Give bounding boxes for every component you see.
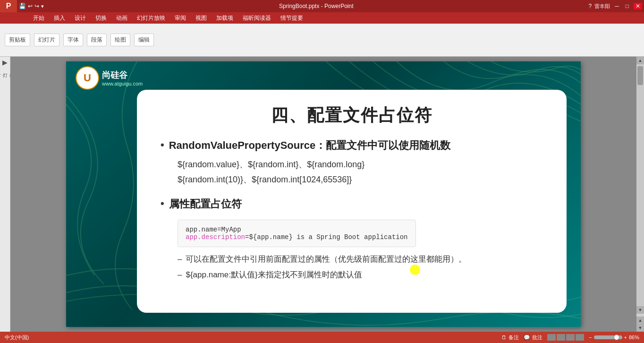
- dash-2: –: [178, 267, 182, 283]
- status-icons: 🗒 备注: [501, 334, 519, 341]
- bullet-1-sub1: ${random.value}、${random.int}、${random.l…: [161, 157, 543, 172]
- tab-transition[interactable]: 切换: [91, 12, 111, 24]
- zoom-control[interactable]: − + 86%: [589, 334, 639, 340]
- code-line-1: app.name=MyApp: [186, 226, 408, 233]
- toolbar-drawing[interactable]: 绘图: [110, 34, 130, 46]
- code-block: app.name=MyApp app.description=${app.nam…: [178, 220, 416, 247]
- code-value: =${app.name} is a Spring Boot applicatio…: [245, 233, 407, 241]
- reading-view-icon[interactable]: [566, 334, 575, 341]
- bullet-section-2: • 属性配置占位符 app.name=MyApp app.description…: [161, 197, 543, 283]
- tab-review[interactable]: 审阅: [170, 12, 191, 24]
- status-left: 中文(中国): [5, 334, 29, 341]
- slide-title: 四、配置文件占位符: [161, 104, 543, 127]
- zoom-level: 86%: [629, 334, 639, 340]
- left-sidebar: ▶ 幻灯片: [0, 57, 10, 332]
- window-controls: ? 雷丰阳 ─ □ ✕: [589, 3, 642, 10]
- bullet-1-text: RandomValuePropertySource：配置文件中可以使用随机数: [169, 138, 451, 153]
- tab-foxitreader[interactable]: 福昕阅读器: [238, 12, 276, 24]
- zoom-out-icon[interactable]: −: [589, 334, 592, 340]
- scroll-track[interactable]: [636, 64, 644, 306]
- toolbar-font[interactable]: 字体: [63, 34, 83, 46]
- tab-storyboard[interactable]: 情节提要: [276, 12, 308, 24]
- bullet-dot-1: •: [161, 138, 164, 152]
- dash-1-text: 可以在配置文件中引用前面配置过的属性（优先级前面配置过的这里都能用）。: [186, 252, 466, 267]
- help-icon[interactable]: ?: [589, 3, 592, 9]
- slide-sorter-icon[interactable]: [557, 334, 565, 341]
- minimize-btn[interactable]: ─: [613, 3, 621, 9]
- notes-label[interactable]: 备注: [508, 334, 519, 341]
- zoom-thumb[interactable]: [614, 334, 619, 340]
- redo-icon[interactable]: ↪: [34, 3, 39, 9]
- tab-insert[interactable]: 插入: [49, 12, 70, 24]
- slide-logo: U 尚硅谷 www.atguigu.com: [76, 66, 143, 90]
- close-btn[interactable]: ✕: [634, 3, 642, 9]
- tab-start[interactable]: 开始: [28, 12, 49, 24]
- toolbar-paragraph[interactable]: 段落: [87, 34, 107, 46]
- toolbar-edit[interactable]: 编辑: [134, 34, 154, 46]
- user-name: 雷丰阳: [594, 3, 610, 10]
- status-right: 🗒 备注 💬 批注 − + 86%: [501, 334, 639, 341]
- bullet-2-main: • 属性配置占位符: [161, 197, 543, 212]
- tab-view[interactable]: 视图: [191, 12, 212, 24]
- bullet-dot-2: •: [161, 197, 164, 211]
- scroll-prev-section[interactable]: ▲: [636, 317, 644, 324]
- tab-animation[interactable]: 动画: [111, 12, 132, 24]
- notes-icon[interactable]: 🗒: [501, 334, 507, 340]
- title-bar: P 💾 ↩ ↪ ▾ SpringBoot.pptx - PowerPoint ?…: [0, 0, 644, 12]
- code-key: app.description: [186, 233, 245, 241]
- toolbar-clipboard[interactable]: 剪贴板: [5, 34, 30, 46]
- comments-icons: 💬 批注: [524, 334, 542, 341]
- comments-icon[interactable]: 💬: [524, 334, 530, 341]
- slide-panel: .wave{fill:none;stroke:#90ee90;stroke-wi…: [10, 57, 636, 332]
- bullet-section-1: • RandomValuePropertySource：配置文件中可以使用随机数…: [161, 138, 543, 188]
- right-scrollbar: ▲ ▼ ▲ ▼: [636, 57, 644, 332]
- slide[interactable]: .wave{fill:none;stroke:#90ee90;stroke-wi…: [66, 61, 581, 327]
- language-status: 中文(中国): [5, 334, 29, 341]
- dash-bullet-2: – ${app.name:默认值}来指定找不到属性时的默认值: [161, 267, 543, 283]
- slideshow-icon[interactable]: [576, 334, 584, 341]
- scroll-thumb[interactable]: [637, 66, 643, 85]
- tab-slideshow[interactable]: 幻灯片放映: [132, 12, 170, 24]
- dash-2-text: ${app.name:默认值}来指定找不到属性时的默认值: [186, 267, 362, 283]
- bullet-2-text: 属性配置占位符: [169, 197, 242, 212]
- tab-addins[interactable]: 加载项: [212, 12, 238, 24]
- dash-bullet-1: – 可以在配置文件中引用前面配置过的属性（优先级前面配置过的这里都能用）。: [161, 252, 543, 267]
- dash-1: –: [178, 252, 182, 267]
- zoom-slider[interactable]: [594, 335, 622, 339]
- scroll-down[interactable]: ▼: [636, 306, 644, 314]
- slide-content-box: 四、配置文件占位符 • RandomValuePropertySource：配置…: [137, 90, 567, 313]
- logo-name: 尚硅谷: [102, 69, 143, 81]
- sidebar-collapse[interactable]: ▶: [2, 59, 8, 66]
- restore-btn[interactable]: □: [624, 3, 631, 9]
- status-bar: 中文(中国) 🗒 备注 💬 批注 − + 86%: [0, 332, 644, 343]
- tab-design[interactable]: 设计: [70, 12, 91, 24]
- scroll-up[interactable]: ▲: [636, 57, 644, 64]
- view-icons: [547, 334, 584, 341]
- ribbon-tabs: 开始 插入 设计 切换 动画 幻灯片放映 审阅 视图 加载项 福昕阅读器 情节提…: [0, 12, 644, 24]
- toolbar-slides[interactable]: 幻灯片: [34, 34, 59, 46]
- comments-label[interactable]: 批注: [532, 334, 542, 341]
- bullet-1-main: • RandomValuePropertySource：配置文件中可以使用随机数: [161, 138, 543, 153]
- logo-url: www.atguigu.com: [102, 81, 143, 86]
- undo-icon[interactable]: ↩: [28, 3, 33, 9]
- scroll-next-section[interactable]: ▼: [636, 324, 644, 332]
- app-body: ▶ 幻灯片 .wave{fill:none;stroke:#90ee90;str…: [0, 57, 644, 332]
- zoom-in-icon[interactable]: +: [624, 334, 627, 340]
- bullet-1-sub2: ${random.int(10)}、${random.int[1024,6553…: [161, 172, 543, 187]
- office-icon[interactable]: P: [0, 0, 17, 12]
- logo-circle: U: [76, 66, 99, 90]
- toolbar: 剪贴板 幻灯片 字体 段落 绘图 编辑: [0, 24, 644, 57]
- quick-access-toolbar: 💾 ↩ ↪ ▾: [17, 3, 44, 9]
- app-title: SpringBoot.pptx - PowerPoint: [44, 3, 589, 9]
- normal-view-icon[interactable]: [547, 334, 556, 341]
- code-line-2: app.description=${app.name} is a Spring …: [186, 233, 408, 241]
- save-qa-icon[interactable]: 💾: [19, 3, 26, 9]
